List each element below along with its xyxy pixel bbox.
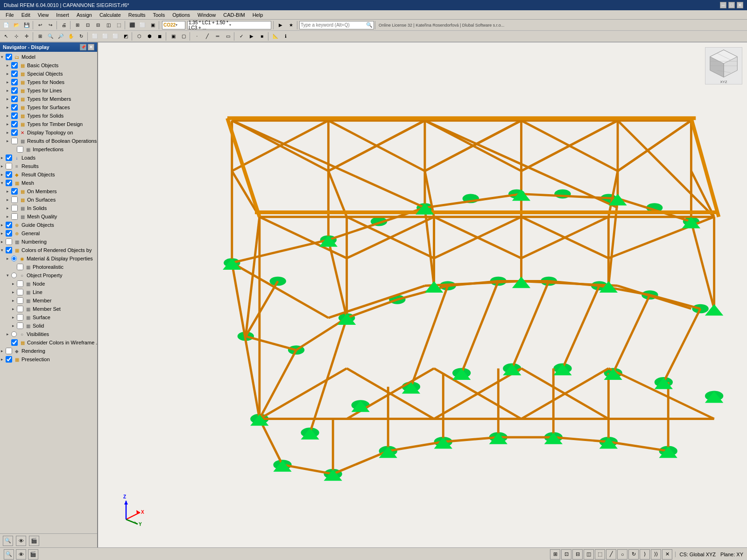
check-colors[interactable] <box>6 247 12 253</box>
load-factor-combo[interactable]: 1.35 * LC1 + 1.50 * LC3 + ... ▾ <box>187 21 271 29</box>
menu-assign[interactable]: Assign <box>73 11 96 19</box>
check-results-boolean[interactable] <box>11 138 18 144</box>
render-wire[interactable]: ⬡ <box>134 32 144 41</box>
nav-numbering[interactable]: ▸ ▦ Numbering <box>0 238 97 246</box>
nav-photorealistic[interactable]: ▦ Photorealistic <box>0 263 97 271</box>
redo-btn[interactable]: ↪ <box>46 21 55 30</box>
deselect-all[interactable]: ▢ <box>179 32 188 41</box>
check-on-surfaces[interactable] <box>11 196 18 203</box>
check-on-members[interactable] <box>11 188 18 195</box>
nav-visibilities[interactable]: ▸ ○ Visibilities <box>0 330 97 338</box>
zoom-in[interactable]: 🔍 <box>46 32 55 41</box>
nav-types-timber[interactable]: ▸ ▦ Types for Timber Design <box>0 120 97 128</box>
info-btn[interactable]: ℹ <box>281 32 290 41</box>
tb5[interactable]: ⬚ <box>114 21 123 30</box>
nav-types-solids[interactable]: ▸ ▦ Types for Solids <box>0 112 97 120</box>
nav-surface[interactable]: ▸ ▦ Surface <box>0 313 97 322</box>
nav-results[interactable]: ▸ ≡ Results <box>0 162 97 170</box>
status-icon-8[interactable]: ↻ <box>628 549 639 560</box>
check-mesh[interactable] <box>6 180 12 186</box>
menu-options[interactable]: Options <box>169 11 194 19</box>
check-display-topology[interactable] <box>11 129 18 136</box>
tb9[interactable]: ▶ <box>276 21 285 30</box>
nav-types-lines[interactable]: ▸ ▦ Types for Lines <box>0 86 97 95</box>
nav-bottom-btn3[interactable]: 🎬 <box>29 536 39 546</box>
check-types-lines[interactable] <box>11 87 18 94</box>
search-input[interactable] <box>301 22 366 28</box>
check-preselection[interactable] <box>6 356 12 363</box>
check-consider[interactable] <box>11 339 18 346</box>
check-in-solids[interactable] <box>11 205 18 211</box>
nav-results-boolean[interactable]: ▸ ▦ Results of Boolean Operations <box>0 137 97 145</box>
tb8[interactable]: ▣ <box>148 21 157 30</box>
view-cube[interactable]: XYZ <box>705 47 742 84</box>
status-icon-5[interactable]: ⬚ <box>595 549 605 560</box>
status-btn-3[interactable]: 🎬 <box>28 549 38 560</box>
nav-in-solids[interactable]: ▸ ▦ In Solids <box>0 204 97 212</box>
measure-btn[interactable]: 📐 <box>271 32 280 41</box>
loadcase-combo[interactable]: CO22 ▾ <box>162 21 185 29</box>
nav-bottom-btn2[interactable]: 👁 <box>16 536 26 546</box>
close-button[interactable]: ✕ <box>737 2 743 8</box>
nav-special-objects[interactable]: ▸ ▦ Special Objects <box>0 70 97 78</box>
nav-display-topology[interactable]: ▸ ✕ Display Topology on <box>0 128 97 137</box>
check-surface[interactable] <box>17 314 23 321</box>
check-special[interactable] <box>11 70 18 77</box>
status-btn-1[interactable]: 🔍 <box>4 549 14 560</box>
node-tool[interactable]: · <box>192 32 202 41</box>
radio-material[interactable] <box>11 256 17 261</box>
check-node[interactable] <box>17 280 23 287</box>
check-general[interactable] <box>6 230 12 237</box>
view-3d[interactable]: ◩ <box>121 32 130 41</box>
menu-cad-bim[interactable]: CAD-BIM <box>219 11 248 19</box>
status-icon-9[interactable]: ⟩ <box>640 549 650 560</box>
nav-types-members[interactable]: ▸ ▦ Types for Members <box>0 95 97 103</box>
radio-vis[interactable] <box>11 331 17 337</box>
nav-solid[interactable]: ▸ ▦ Solid <box>0 322 97 330</box>
tb1[interactable]: ⊞ <box>73 21 82 30</box>
nav-on-members[interactable]: ▸ ▦ On Members <box>0 187 97 196</box>
check-imperfections[interactable] <box>17 146 23 153</box>
status-icon-11[interactable]: ✕ <box>662 549 672 560</box>
radio-obj-prop[interactable] <box>11 273 17 278</box>
check-types-timber[interactable] <box>11 121 18 127</box>
render-solid[interactable]: ⬢ <box>145 32 154 41</box>
menu-results[interactable]: Results <box>125 11 149 19</box>
status-icon-7[interactable]: ○ <box>617 549 627 560</box>
check-types-nodes[interactable] <box>11 79 18 85</box>
check-types-members[interactable] <box>11 96 18 102</box>
status-icon-10[interactable]: ⟩⟩ <box>651 549 661 560</box>
tb2[interactable]: ⊡ <box>83 21 92 30</box>
menu-view[interactable]: View <box>34 11 53 19</box>
check-results[interactable] <box>6 163 12 169</box>
view-front[interactable]: ⬜ <box>90 32 99 41</box>
surface-tool[interactable]: ▭ <box>223 32 233 41</box>
check-numbering[interactable] <box>6 238 12 245</box>
status-icon-3[interactable]: ⊟ <box>572 549 583 560</box>
menu-help[interactable]: Help <box>249 11 267 19</box>
navigator-pin-button[interactable]: 📌 <box>80 44 86 50</box>
zoom-all[interactable]: ⊞ <box>35 32 45 41</box>
nav-rendering[interactable]: ▸ ◆ Rendering <box>0 347 97 355</box>
print-btn[interactable]: 🖨 <box>59 21 69 30</box>
nav-line[interactable]: ▸ ▦ Line <box>0 288 97 296</box>
nav-material-display[interactable]: ▸ ◉ Material & Display Properties <box>0 254 97 263</box>
open-btn[interactable]: 📂 <box>12 21 21 30</box>
zoom-out[interactable]: 🔎 <box>56 32 65 41</box>
member-tool[interactable]: ═ <box>213 32 222 41</box>
nav-on-surfaces[interactable]: ▸ ▦ On Surfaces <box>0 196 97 204</box>
check-types-surfaces[interactable] <box>11 104 18 111</box>
nav-types-nodes[interactable]: ▸ ▦ Types for Nodes <box>0 78 97 86</box>
status-icon-6[interactable]: ╱ <box>606 549 616 560</box>
menu-edit[interactable]: Edit <box>18 11 34 19</box>
nav-mesh[interactable]: ▾ ▦ Mesh <box>0 179 97 187</box>
navigator-close-button[interactable]: ✕ <box>88 44 94 50</box>
nav-colors-rendered[interactable]: ▾ ▦ Colors of Rendered Objects by <box>0 246 97 254</box>
nav-loads[interactable]: ▸ ↓ Loads <box>0 154 97 162</box>
nav-basic-objects[interactable]: ▸ ▦ Basic Objects <box>0 61 97 70</box>
nav-node[interactable]: ▸ ▦ Node <box>0 280 97 288</box>
menu-file[interactable]: File <box>2 11 18 19</box>
nav-object-property[interactable]: ▾ ○ Object Property <box>0 271 97 280</box>
nav-types-surfaces[interactable]: ▸ ▦ Types for Surfaces <box>0 103 97 112</box>
render-surface[interactable]: ◼ <box>155 32 164 41</box>
